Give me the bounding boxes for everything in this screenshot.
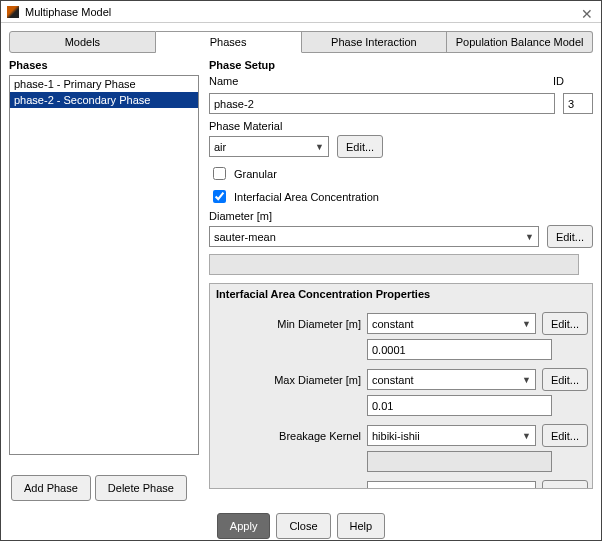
window-title: Multiphase Model [25, 1, 111, 23]
help-button[interactable]: Help [337, 513, 386, 539]
list-item[interactable]: phase-2 - Secondary Phase [10, 92, 198, 108]
titlebar: Multiphase Model ✕ [1, 1, 601, 23]
phases-listbox[interactable]: phase-1 - Primary Phase phase-2 - Second… [9, 75, 199, 455]
add-phase-button[interactable]: Add Phase [11, 475, 91, 501]
phase-setup-heading: Phase Setup [209, 59, 593, 71]
granular-label: Granular [234, 168, 277, 180]
tab-models[interactable]: Models [9, 31, 156, 53]
disabled-input [209, 254, 579, 275]
min-diameter-input[interactable] [367, 339, 552, 360]
delete-phase-button[interactable]: Delete Phase [95, 475, 187, 501]
id-label: ID [553, 75, 593, 87]
chevron-down-icon: ▼ [525, 232, 534, 242]
max-diameter-label: Max Diameter [m] [216, 374, 361, 386]
diameter-dropdown[interactable]: sauter-mean ▼ [209, 226, 539, 247]
name-label: Name [209, 75, 545, 87]
tab-population-balance[interactable]: Population Balance Model [447, 31, 593, 53]
max-diameter-dropdown[interactable]: constant ▼ [367, 369, 536, 390]
min-diameter-label: Min Diameter [m] [216, 318, 361, 330]
phases-heading: Phases [9, 59, 199, 71]
id-input[interactable] [563, 93, 593, 114]
material-edit-button[interactable]: Edit... [337, 135, 383, 158]
material-value: air [214, 141, 226, 153]
material-label: Phase Material [209, 120, 593, 132]
material-dropdown[interactable]: air ▼ [209, 136, 329, 157]
iac-label: Interfacial Area Concentration [234, 191, 379, 203]
chevron-down-icon: ▼ [522, 487, 531, 490]
coalescence-kernel-edit-button[interactable]: Edit... [542, 480, 588, 489]
app-icon [7, 6, 19, 18]
chevron-down-icon: ▼ [522, 319, 531, 329]
iac-checkbox[interactable] [213, 190, 226, 203]
diameter-edit-button[interactable]: Edit... [547, 225, 593, 248]
breakage-kernel-dropdown[interactable]: hibiki-ishii ▼ [367, 425, 536, 446]
max-diameter-input[interactable] [367, 395, 552, 416]
iac-properties-scroll[interactable]: Min Diameter [m] constant ▼ Edit... Max … [210, 306, 592, 489]
close-icon[interactable]: ✕ [581, 3, 593, 25]
diameter-value: sauter-mean [214, 231, 276, 243]
min-diameter-dropdown[interactable]: constant ▼ [367, 313, 536, 334]
coalescence-kernel-dropdown[interactable]: hibiki-ishii ▼ [367, 481, 536, 489]
chevron-down-icon: ▼ [522, 431, 531, 441]
breakage-kernel-label: Breakage Kernel [216, 430, 361, 442]
tab-phase-interaction[interactable]: Phase Interaction [302, 31, 448, 53]
max-diameter-edit-button[interactable]: Edit... [542, 368, 588, 391]
chevron-down-icon: ▼ [522, 375, 531, 385]
close-button[interactable]: Close [276, 513, 330, 539]
iac-properties-heading: Interfacial Area Concentration Propertie… [210, 288, 592, 300]
breakage-kernel-edit-button[interactable]: Edit... [542, 424, 588, 447]
main-tabs: Models Phases Phase Interaction Populati… [9, 31, 593, 53]
list-item[interactable]: phase-1 - Primary Phase [10, 76, 198, 92]
coalescence-kernel-label: Coalescence Kernel [216, 486, 361, 490]
breakage-kernel-value [367, 451, 552, 472]
apply-button[interactable]: Apply [217, 513, 271, 539]
chevron-down-icon: ▼ [315, 142, 324, 152]
granular-checkbox[interactable] [213, 167, 226, 180]
diameter-label: Diameter [m] [209, 210, 593, 222]
name-input[interactable] [209, 93, 555, 114]
min-diameter-edit-button[interactable]: Edit... [542, 312, 588, 335]
tab-phases[interactable]: Phases [156, 31, 302, 53]
iac-properties-panel: Interfacial Area Concentration Propertie… [209, 283, 593, 489]
